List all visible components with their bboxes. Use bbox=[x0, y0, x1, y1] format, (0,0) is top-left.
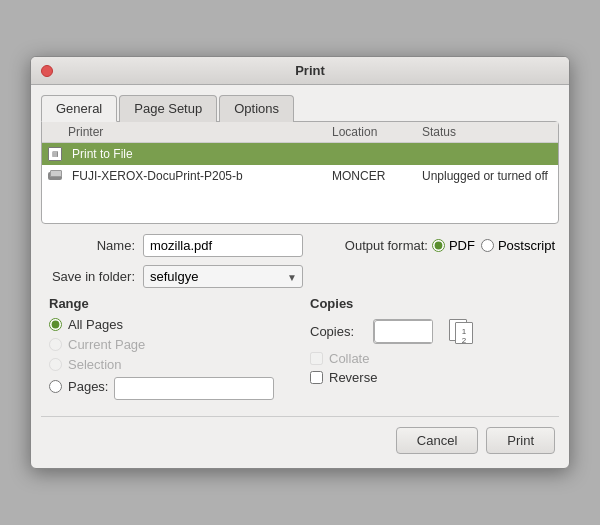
all-pages-option[interactable]: All Pages bbox=[49, 317, 290, 332]
button-row: Cancel Print bbox=[41, 416, 559, 458]
name-row: Name: bbox=[45, 234, 303, 257]
col-status: Status bbox=[422, 125, 552, 139]
title-bar: Print bbox=[31, 57, 569, 85]
save-in-select[interactable]: sefulgye bbox=[143, 265, 303, 288]
copies-label: Copies: bbox=[310, 324, 365, 339]
tab-options[interactable]: Options bbox=[219, 95, 294, 122]
print-dialog: Print General Page Setup Options Printer… bbox=[30, 56, 570, 469]
col-printer: Printer bbox=[68, 125, 332, 139]
collate-row: Collate bbox=[310, 351, 551, 366]
format-postscript-option[interactable]: Postscript bbox=[481, 238, 555, 253]
printer-list-area: Printer Location Status ▤ Print to File bbox=[41, 121, 559, 224]
save-in-label: Save in folder: bbox=[45, 269, 135, 284]
copies-title: Copies bbox=[310, 296, 551, 311]
copies-spinner[interactable]: ▲ ▼ bbox=[373, 319, 433, 344]
printer-name: Print to File bbox=[72, 147, 332, 161]
copies-icon: 12 bbox=[447, 317, 475, 345]
collate-checkbox bbox=[310, 352, 323, 365]
selection-radio bbox=[49, 358, 62, 371]
copies-input[interactable] bbox=[374, 320, 433, 343]
pages-option[interactable]: Pages: bbox=[49, 379, 108, 394]
save-in-row: Save in folder: sefulgye ▼ bbox=[45, 265, 303, 288]
print-to-file-icon: ▤ bbox=[48, 147, 72, 161]
printer-list-body: ▤ Print to File FUJI-XEROX-DocuPrint-P20… bbox=[42, 143, 558, 223]
current-page-label: Current Page bbox=[68, 337, 145, 352]
reverse-row[interactable]: Reverse bbox=[310, 370, 551, 385]
selection-label: Selection bbox=[68, 357, 121, 372]
printer-location: MONCER bbox=[332, 169, 422, 183]
collate-label: Collate bbox=[329, 351, 369, 366]
printer-hardware-icon bbox=[48, 170, 72, 182]
tab-page-setup[interactable]: Page Setup bbox=[119, 95, 217, 122]
range-title: Range bbox=[49, 296, 290, 311]
output-format-group: PDF Postscript bbox=[432, 238, 555, 253]
tab-bar: General Page Setup Options bbox=[41, 95, 559, 122]
print-button[interactable]: Print bbox=[486, 427, 555, 454]
col-location: Location bbox=[332, 125, 422, 139]
reverse-checkbox[interactable] bbox=[310, 371, 323, 384]
pages-radio[interactable] bbox=[49, 380, 62, 393]
format-pdf-label: PDF bbox=[449, 238, 475, 253]
selection-option: Selection bbox=[49, 357, 290, 372]
output-format-label: Output format: bbox=[345, 238, 428, 253]
close-button[interactable] bbox=[41, 65, 53, 77]
format-postscript-radio[interactable] bbox=[481, 239, 494, 252]
window-title: Print bbox=[61, 63, 559, 78]
format-pdf-option[interactable]: PDF bbox=[432, 238, 475, 253]
printer-status: Unplugged or turned off bbox=[422, 169, 552, 183]
copies-row: Copies: ▲ ▼ 12 bbox=[310, 317, 551, 345]
range-group: Range All Pages Current Page Selection bbox=[49, 296, 290, 400]
printer-table-header: Printer Location Status bbox=[42, 122, 558, 143]
all-pages-radio[interactable] bbox=[49, 318, 62, 331]
copy-page-front: 12 bbox=[455, 322, 473, 344]
current-page-radio bbox=[49, 338, 62, 351]
printer-row[interactable]: ▤ Print to File bbox=[42, 143, 558, 165]
all-pages-label: All Pages bbox=[68, 317, 123, 332]
printer-row[interactable]: FUJI-XEROX-DocuPrint-P205-b MONCER Unplu… bbox=[42, 165, 558, 187]
reverse-label: Reverse bbox=[329, 370, 377, 385]
format-postscript-label: Postscript bbox=[498, 238, 555, 253]
current-page-option: Current Page bbox=[49, 337, 290, 352]
copies-group: Copies Copies: ▲ ▼ bbox=[310, 296, 551, 400]
pages-input[interactable] bbox=[114, 377, 274, 400]
bottom-section: Range All Pages Current Page Selection bbox=[45, 296, 555, 400]
pages-label: Pages: bbox=[68, 379, 108, 394]
name-label: Name: bbox=[45, 238, 135, 253]
form-area: Name: Save in folder: sefulgye ▼ bbox=[41, 224, 559, 406]
cancel-button[interactable]: Cancel bbox=[396, 427, 478, 454]
format-pdf-radio[interactable] bbox=[432, 239, 445, 252]
save-in-wrapper: sefulgye ▼ bbox=[143, 265, 303, 288]
printer-name: FUJI-XEROX-DocuPrint-P205-b bbox=[72, 169, 332, 183]
tab-general[interactable]: General bbox=[41, 95, 117, 122]
name-input[interactable] bbox=[143, 234, 303, 257]
